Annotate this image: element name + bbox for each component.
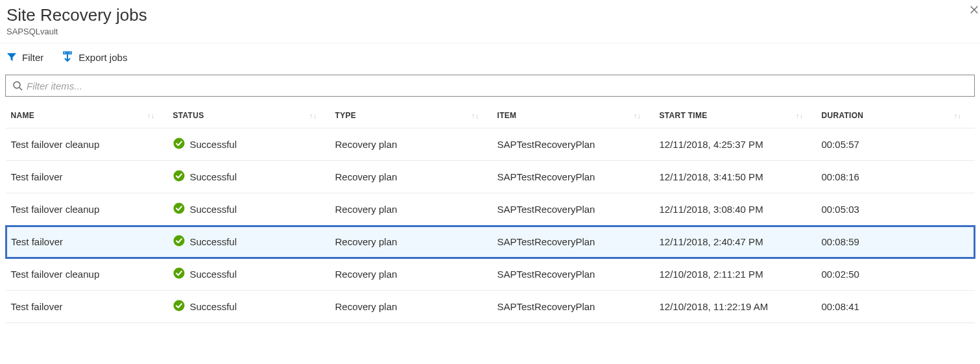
job-type: Recovery plan	[335, 171, 398, 182]
cell-status: Successful	[168, 291, 330, 323]
col-header-name-label: NAME	[11, 111, 35, 120]
filter-button[interactable]: Filter	[6, 52, 43, 63]
col-header-status[interactable]: STATUS ↑↓	[168, 103, 330, 128]
sort-icon: ↑↓	[472, 112, 479, 119]
job-duration: 00:08:41	[822, 301, 859, 312]
job-start: 12/11/2018, 3:41:50 PM	[660, 171, 763, 182]
page-title: Site Recovery jobs	[6, 5, 974, 25]
cell-name: Test failover	[6, 226, 168, 258]
success-check-icon	[173, 202, 185, 216]
status-label: Successful	[190, 301, 237, 312]
svg-point-5	[173, 138, 184, 149]
export-icon	[62, 51, 73, 63]
success-check-icon	[173, 138, 185, 151]
cell-status: Successful	[168, 258, 330, 291]
col-header-name[interactable]: NAME ↑↓	[6, 103, 168, 128]
col-header-type[interactable]: TYPE ↑↓	[330, 103, 492, 128]
job-duration: 00:08:59	[822, 236, 859, 247]
table-row[interactable]: Test failover cleanupSuccessfulRecovery …	[6, 258, 975, 291]
table-row[interactable]: Test failoverSuccessfulRecovery planSAPT…	[6, 291, 975, 323]
job-duration: 00:05:57	[822, 139, 859, 150]
col-header-duration-label: DURATION	[822, 111, 864, 120]
svg-point-8	[173, 236, 184, 247]
cell-duration: 00:05:03	[817, 193, 975, 226]
job-item: SAPTestRecoveryPlan	[497, 269, 595, 280]
cell-status: Successful	[168, 193, 330, 226]
col-header-type-label: TYPE	[335, 111, 357, 120]
cell-type: Recovery plan	[330, 161, 492, 193]
close-icon	[970, 5, 979, 14]
job-name: Test failover	[11, 236, 63, 247]
job-start: 12/10/2018, 11:22:19 AM	[660, 301, 769, 312]
cell-name: Test failover cleanup	[6, 128, 168, 161]
job-name: Test failover cleanup	[11, 269, 100, 280]
table-row[interactable]: Test failover cleanupSuccessfulRecovery …	[6, 128, 975, 161]
cell-status: Successful	[168, 226, 330, 258]
cell-item: SAPTestRecoveryPlan	[492, 291, 654, 323]
status-label: Successful	[190, 204, 237, 215]
search-icon	[12, 80, 23, 91]
page-header: Site Recovery jobs SAPSQLvault	[0, 0, 980, 43]
svg-point-3	[14, 82, 20, 88]
close-button[interactable]	[970, 3, 979, 18]
col-header-start-time[interactable]: START TIME ↑↓	[654, 103, 817, 128]
cell-name: Test failover cleanup	[6, 193, 168, 226]
export-label: Export jobs	[78, 52, 127, 63]
job-name: Test failover	[11, 171, 63, 182]
svg-point-7	[173, 203, 184, 214]
cell-item: SAPTestRecoveryPlan	[492, 128, 654, 161]
cell-type: Recovery plan	[330, 226, 492, 258]
col-header-status-label: STATUS	[173, 111, 204, 120]
sort-icon: ↑↓	[634, 112, 641, 119]
job-start: 12/10/2018, 2:11:21 PM	[660, 269, 763, 280]
sort-icon: ↑↓	[309, 112, 317, 119]
sort-icon: ↑↓	[954, 112, 962, 119]
cell-item: SAPTestRecoveryPlan	[492, 226, 654, 258]
job-item: SAPTestRecoveryPlan	[497, 236, 595, 247]
col-header-duration[interactable]: DURATION ↑↓	[817, 103, 975, 128]
cell-item: SAPTestRecoveryPlan	[492, 258, 654, 291]
job-item: SAPTestRecoveryPlan	[497, 204, 595, 215]
job-item: SAPTestRecoveryPlan	[497, 171, 595, 182]
job-name: Test failover cleanup	[11, 139, 100, 150]
success-check-icon	[173, 267, 185, 281]
cell-type: Recovery plan	[330, 291, 492, 323]
status-label: Successful	[190, 269, 237, 280]
cell-duration: 00:08:41	[817, 291, 975, 323]
sort-icon: ↑↓	[796, 112, 804, 119]
job-type: Recovery plan	[335, 301, 398, 312]
export-jobs-button[interactable]: Export jobs	[62, 51, 127, 63]
svg-point-6	[173, 171, 184, 182]
cell-start-time: 12/11/2018, 3:41:50 PM	[654, 161, 817, 193]
filter-items-box[interactable]	[5, 75, 975, 97]
job-start: 12/11/2018, 2:40:47 PM	[660, 236, 763, 247]
success-check-icon	[173, 170, 185, 184]
svg-point-9	[173, 268, 184, 279]
job-name: Test failover	[11, 301, 63, 312]
cell-status: Successful	[168, 128, 330, 161]
job-start: 12/11/2018, 4:25:37 PM	[660, 139, 763, 150]
cell-start-time: 12/10/2018, 2:11:21 PM	[654, 258, 817, 291]
job-name: Test failover cleanup	[11, 204, 100, 215]
cell-duration: 00:05:57	[817, 128, 975, 161]
table-row[interactable]: Test failoverSuccessfulRecovery planSAPT…	[6, 226, 975, 258]
table-row[interactable]: Test failoverSuccessfulRecovery planSAPT…	[6, 161, 975, 193]
filter-items-input[interactable]	[23, 78, 968, 94]
col-header-item-label: ITEM	[497, 111, 517, 120]
status-label: Successful	[190, 236, 237, 247]
job-duration: 00:05:03	[822, 204, 859, 215]
cell-name: Test failover cleanup	[6, 258, 168, 291]
success-check-icon	[173, 300, 185, 313]
cell-start-time: 12/10/2018, 11:22:19 AM	[654, 291, 817, 323]
cell-start-time: 12/11/2018, 4:25:37 PM	[654, 128, 817, 161]
cell-duration: 00:02:50	[817, 258, 975, 291]
col-header-item[interactable]: ITEM ↑↓	[492, 103, 654, 128]
svg-point-10	[173, 300, 184, 311]
cell-item: SAPTestRecoveryPlan	[492, 161, 654, 193]
job-item: SAPTestRecoveryPlan	[497, 139, 595, 150]
col-header-start-label: START TIME	[660, 111, 708, 120]
table-row[interactable]: Test failover cleanupSuccessfulRecovery …	[6, 193, 975, 226]
jobs-table: NAME ↑↓ STATUS ↑↓ TYPE ↑↓ ITEM ↑↓ START …	[5, 103, 975, 323]
page-subtitle: SAPSQLvault	[6, 27, 974, 36]
cell-type: Recovery plan	[330, 128, 492, 161]
